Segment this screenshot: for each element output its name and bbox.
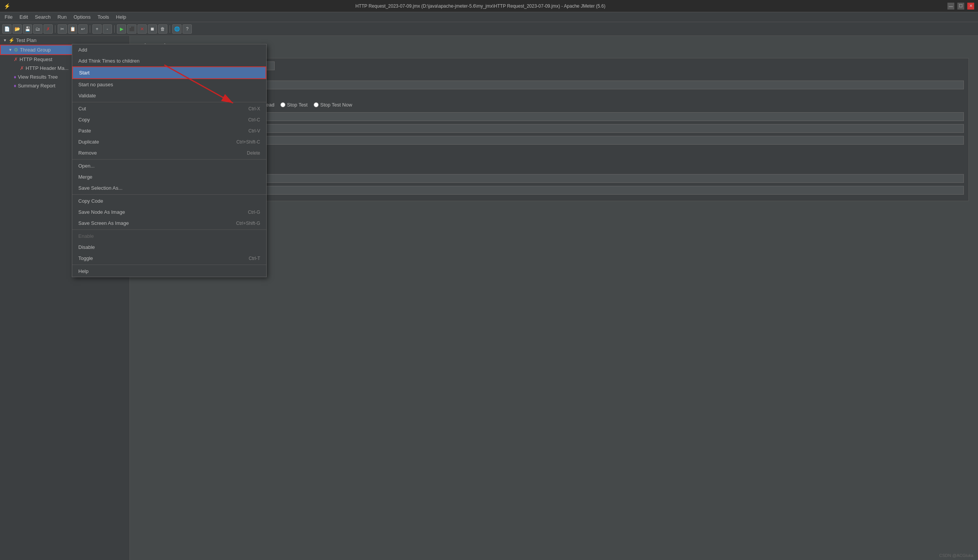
title-bar: ⚡ HTTP Request_2023-07-09.jmx (D:\java\a… (0, 0, 978, 12)
title-icon: ⚡ (4, 3, 10, 9)
toolbar-copy[interactable]: 📋 (68, 25, 77, 33)
toolbar-save[interactable]: 💾 (23, 25, 32, 33)
ctx-item-disable[interactable]: Disable (72, 242, 266, 253)
ctx-label-save-screen-image: Save Screen As Image (78, 220, 129, 226)
ctx-label-copy-code: Copy Code (78, 198, 103, 204)
toolbar-revert[interactable]: ✗ (43, 25, 53, 33)
ctx-shortcut-save-node-image: Ctrl-G (248, 210, 260, 215)
num-threads-input[interactable] (224, 112, 964, 121)
menu-item-tools[interactable]: Tools (94, 13, 112, 21)
menu-item-run[interactable]: Run (55, 13, 70, 21)
ctx-item-help[interactable]: Help (72, 266, 266, 277)
toolbar-sep-3 (114, 25, 115, 33)
ctx-item-add-think-times[interactable]: Add Think Times to children (72, 55, 266, 67)
toolbar-open[interactable]: 📂 (13, 25, 22, 33)
toolbar-browse[interactable]: 🌐 (172, 25, 181, 33)
ctx-item-save-node-image[interactable]: Save Node As ImageCtrl-G (72, 207, 266, 218)
ctx-item-start-no-pauses[interactable]: Start no pauses (72, 79, 266, 90)
ctx-item-remove[interactable]: RemoveDelete (72, 147, 266, 158)
ctx-item-validate[interactable]: Validate (72, 90, 266, 101)
ctx-item-add[interactable]: Add (72, 44, 266, 55)
sidebar-item-test-plan[interactable]: ▼ ⚡ Test Plan (0, 36, 129, 45)
radio-stop-test-now[interactable]: Stop Test Now (314, 102, 352, 108)
toolbar-clear[interactable]: 🗑 (158, 25, 167, 33)
watermark: CSDN @ACGluka (940, 553, 973, 558)
toolbar-stopnow[interactable]: ✕ (137, 25, 147, 33)
duration-row: Duration (seconds): (144, 174, 964, 183)
ctx-shortcut-paste: Ctrl-V (248, 128, 260, 133)
sidebar-item-label-http-request: HTTP Request (20, 57, 52, 62)
num-threads-row: Number of Threads (users): (144, 112, 964, 121)
on-error-row: Action to be taken after a Sampler error (144, 93, 964, 99)
ctx-item-start[interactable]: Start (72, 67, 266, 79)
ctx-item-paste[interactable]: PasteCtrl-V (72, 125, 266, 136)
ctx-label-duplicate: Duplicate (78, 139, 99, 145)
comments-input[interactable] (144, 80, 964, 89)
toolbar-saveas[interactable]: 🗂 (33, 25, 42, 33)
ctx-item-save-screen-image[interactable]: Save Screen As ImageCtrl+Shift-G (72, 218, 266, 229)
toolbar-expand[interactable]: + (92, 25, 102, 33)
same-user-row: Same user on each iteration (144, 148, 964, 153)
duration-input[interactable] (224, 174, 964, 183)
ctx-item-duplicate[interactable]: DuplicateCtrl+Shift-C (72, 136, 266, 147)
ctx-label-toggle: Toggle (78, 255, 93, 261)
ctx-shortcut-duplicate: Ctrl+Shift-C (236, 139, 260, 145)
toolbar-new[interactable]: 📄 (2, 25, 12, 33)
ctx-separator-after-save-selection (72, 194, 266, 195)
ctx-shortcut-copy: Ctrl-C (248, 117, 260, 123)
ctx-label-cut: Cut (78, 106, 86, 112)
toolbar-cut[interactable]: ✂ (58, 25, 67, 33)
ctx-label-save-node-image: Save Node As Image (78, 209, 125, 215)
startup-delay-row: Startup delay (seconds): (144, 186, 964, 195)
ctx-separator-after-validate (72, 102, 266, 102)
loop-count-input[interactable] (224, 136, 964, 145)
ramp-up-row: Ramp-up period (seconds): (144, 124, 964, 133)
toolbar-remote-stop[interactable]: ⏹ (148, 25, 157, 33)
menu-item-options[interactable]: Options (70, 13, 94, 21)
ctx-item-toggle[interactable]: ToggleCtrl-T (72, 253, 266, 264)
ramp-up-input[interactable] (224, 124, 964, 133)
http-request-icon: ✗ (14, 57, 18, 62)
ctx-shortcut-cut: Ctrl-X (248, 106, 260, 112)
expand-arrow-test-plan: ▼ (3, 38, 7, 42)
startup-delay-input[interactable] (224, 186, 964, 195)
ctx-separator-after-remove (72, 159, 266, 160)
close-button[interactable]: ✕ (967, 3, 974, 10)
menu-item-edit[interactable]: Edit (17, 13, 31, 21)
specify-lifetime-row: Specify Thread lifetime (144, 165, 964, 171)
ctx-label-help: Help (78, 268, 89, 274)
ctx-item-open[interactable]: Open... (72, 160, 266, 172)
ctx-label-merge: Merge (78, 174, 92, 180)
radio-stop-test[interactable]: Stop Test (281, 102, 308, 108)
ctx-label-disable: Disable (78, 244, 95, 250)
toolbar-stop[interactable]: ⬛ (127, 25, 136, 33)
ctx-item-copy-code[interactable]: Copy Code (72, 195, 266, 207)
maximize-button[interactable]: ☐ (957, 3, 964, 10)
ctx-shortcut-remove: Delete (247, 150, 260, 156)
ctx-label-paste: Paste (78, 128, 91, 133)
ctx-label-start-no-pauses: Start no pauses (78, 82, 113, 87)
ctx-shortcut-save-screen-image: Ctrl+Shift-G (236, 221, 260, 226)
sidebar-item-label-summary-report: Summary Report (18, 83, 55, 88)
menu-item-file[interactable]: File (2, 13, 16, 21)
http-header-icon: ✗ (20, 65, 24, 71)
ctx-separator-after-toggle (72, 265, 266, 265)
menu-item-help[interactable]: Help (113, 13, 129, 21)
thread-group-icon: ⚙ (14, 47, 18, 53)
ctx-item-merge[interactable]: Merge (72, 172, 266, 182)
ctx-label-copy: Copy (78, 117, 90, 123)
sidebar-item-label-http-header: HTTP Header Ma... (26, 65, 69, 71)
toolbar-run[interactable]: ▶ (117, 25, 126, 33)
minimize-button[interactable]: — (948, 3, 954, 10)
ctx-item-copy[interactable]: CopyCtrl-C (72, 114, 266, 125)
toolbar-undo[interactable]: ↩ (78, 25, 87, 33)
ctx-item-cut[interactable]: CutCtrl-X (72, 103, 266, 114)
toolbar-help[interactable]: ? (182, 25, 192, 33)
toolbar-collapse[interactable]: - (103, 25, 112, 33)
title-text: HTTP Request_2023-07-09.jmx (D:\java\apa… (13, 3, 948, 9)
menu-item-search[interactable]: Search (32, 13, 53, 21)
ctx-label-open: Open... (78, 163, 95, 169)
ctx-item-enable: Enable (72, 230, 266, 242)
ctx-item-save-selection[interactable]: Save Selection As... (72, 182, 266, 193)
toolbar-sep-1 (55, 25, 55, 33)
